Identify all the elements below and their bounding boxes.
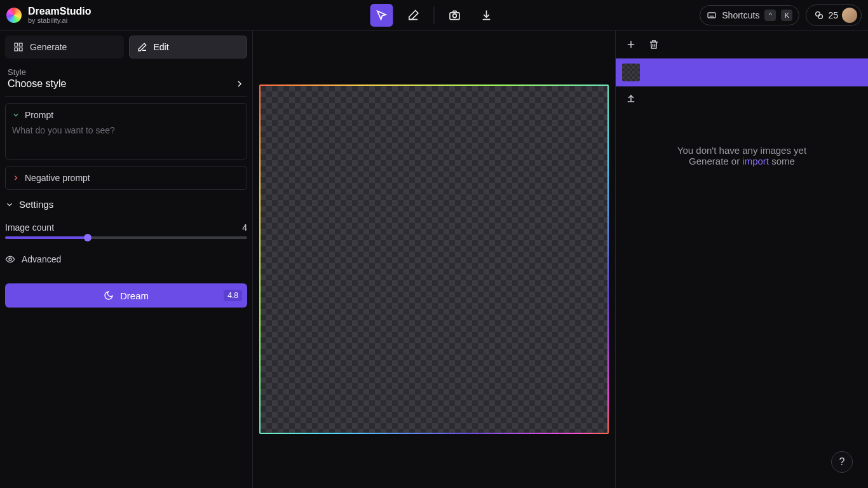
shortcut-key-1: ^ — [764, 10, 776, 21]
canvas[interactable] — [261, 86, 607, 433]
layer-thumbnail — [622, 64, 640, 81]
sidebar-left: Generate Edit Style Choose style Prompt — [0, 30, 253, 488]
credits-icon — [814, 10, 824, 20]
avatar[interactable] — [842, 8, 857, 23]
negative-prompt-label: Negative prompt — [25, 173, 90, 183]
mode-tabs: Generate Edit — [5, 36, 247, 58]
import-link[interactable]: import — [742, 156, 769, 166]
image-count-value: 4 — [242, 222, 247, 233]
mode-tab-edit-label: Edit — [154, 42, 169, 52]
delete-layer-button[interactable] — [646, 37, 661, 52]
svg-rect-2 — [708, 13, 715, 18]
topbar: DreamStudio by stability.ai Shortcuts ^ … — [0, 0, 868, 30]
chevron-down-icon — [12, 111, 20, 119]
gallery-empty-state: You don't have any images yet Generate o… — [616, 109, 868, 488]
svg-rect-6 — [19, 43, 22, 46]
dream-cost: 4.8 — [224, 290, 242, 301]
keyboard-icon — [707, 10, 717, 20]
style-chooser[interactable]: Style Choose style — [5, 65, 247, 97]
shortcut-key-2: K — [781, 10, 792, 21]
prompt-block: Prompt — [5, 103, 247, 159]
topbar-right: Shortcuts ^ K 25 — [700, 4, 862, 26]
svg-rect-7 — [15, 48, 18, 51]
credits-button[interactable]: 25 — [806, 4, 862, 26]
sidebar-right: You don't have any images yet Generate o… — [615, 30, 868, 488]
credits-value: 25 — [828, 10, 838, 20]
upload-button[interactable] — [623, 90, 639, 105]
edit-icon — [137, 42, 147, 52]
add-layer-button[interactable] — [623, 37, 639, 52]
upload-icon — [625, 92, 637, 104]
empty-prefix: Generate or — [689, 156, 742, 166]
style-label: Style — [8, 67, 245, 77]
tool-divider — [434, 6, 435, 24]
chevron-down-icon — [5, 200, 14, 209]
select-tool-button[interactable] — [370, 4, 393, 27]
moon-icon — [104, 290, 114, 301]
help-icon: ? — [839, 456, 845, 468]
brand[interactable]: DreamStudio by stability.ai — [6, 6, 92, 25]
image-count-label: Image count — [5, 222, 54, 233]
advanced-toggle[interactable]: Advanced — [5, 248, 247, 264]
canvas-frame — [259, 85, 609, 434]
image-count-slider[interactable] — [5, 236, 247, 239]
active-layer[interactable] — [616, 58, 868, 86]
chevron-right-icon — [12, 174, 20, 182]
dream-label: Dream — [120, 290, 149, 301]
prompt-header-label: Prompt — [25, 110, 53, 120]
grid-icon — [13, 42, 24, 52]
dream-button[interactable]: Dream 4.8 — [5, 283, 247, 308]
eye-icon — [5, 254, 15, 264]
svg-point-4 — [818, 14, 823, 18]
plus-icon — [625, 39, 637, 50]
empty-suffix: some — [769, 156, 795, 166]
prompt-input[interactable] — [12, 125, 240, 151]
camera-button[interactable] — [444, 4, 466, 27]
svg-rect-5 — [15, 43, 18, 46]
advanced-label: Advanced — [22, 254, 61, 264]
svg-point-1 — [453, 13, 457, 17]
mode-tab-generate-label: Generate — [30, 42, 67, 52]
svg-point-3 — [816, 11, 820, 16]
chevron-right-icon — [234, 79, 245, 89]
tool-group — [370, 4, 498, 27]
slider-thumb[interactable] — [84, 234, 92, 241]
app-title: DreamStudio — [28, 6, 92, 17]
help-button[interactable]: ? — [831, 451, 853, 473]
mode-tab-edit[interactable]: Edit — [129, 36, 248, 58]
app-subtitle: by stability.ai — [28, 17, 92, 24]
negative-prompt-block[interactable]: Negative prompt — [5, 166, 247, 190]
mode-tab-generate[interactable]: Generate — [5, 36, 124, 58]
download-button[interactable] — [475, 4, 498, 27]
shortcuts-button[interactable]: Shortcuts ^ K — [700, 5, 799, 25]
eraser-tool-button[interactable] — [402, 4, 425, 27]
trash-icon — [648, 39, 660, 50]
svg-rect-8 — [19, 48, 22, 51]
canvas-area[interactable] — [253, 30, 615, 488]
svg-point-9 — [9, 258, 11, 261]
style-value: Choose style — [8, 78, 67, 90]
settings-label: Settings — [19, 199, 53, 210]
prompt-header[interactable]: Prompt — [12, 110, 240, 120]
settings-header[interactable]: Settings — [5, 196, 247, 212]
empty-line-1: You don't have any images yet — [677, 145, 806, 156]
shortcuts-label: Shortcuts — [722, 10, 759, 20]
logo-icon — [6, 8, 22, 23]
